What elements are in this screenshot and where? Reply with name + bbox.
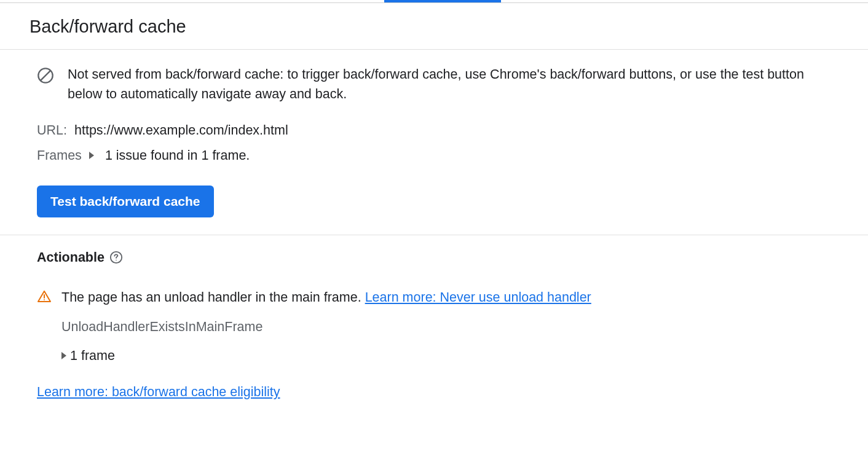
not-allowed-icon [37,67,54,87]
disclosure-triangle-icon[interactable] [61,352,66,359]
help-icon[interactable] [109,251,123,264]
disclosure-triangle-icon[interactable] [89,152,94,159]
learn-more-unload-link[interactable]: Learn more: Never use unload handler [365,290,591,305]
svg-line-1 [41,71,50,80]
frames-label: Frames [37,148,82,163]
learn-more-bfcache-link[interactable]: Learn more: back/forward cache eligibili… [37,385,280,399]
panel-header: Back/forward cache [0,3,868,50]
actionable-section: Actionable The page has an unload [0,235,868,417]
actionable-heading: Actionable [37,250,105,265]
url-row: URL: https://www.example.com/index.html [37,123,831,138]
test-bfcache-button[interactable]: Test back/forward cache [37,186,214,217]
url-label: URL: [37,123,67,138]
frames-summary: 1 issue found in 1 frame. [105,148,250,163]
issue-row: The page has an unload handler in the ma… [37,287,831,364]
status-message: Not served from back/forward cache: to t… [68,64,831,104]
warning-icon [37,289,52,307]
panel-title: Back/forward cache [30,17,838,37]
frames-row: Frames 1 issue found in 1 frame. [37,148,831,163]
issue-reason-code: UnloadHandlerExistsInMainFrame [61,319,831,335]
svg-point-3 [116,260,116,260]
svg-point-5 [44,299,45,300]
frame-count-label: 1 frame [70,348,115,364]
issue-message-text: The page has an unload handler in the ma… [61,290,365,305]
url-value: https://www.example.com/index.html [74,123,288,138]
status-section: Not served from back/forward cache: to t… [0,50,868,235]
